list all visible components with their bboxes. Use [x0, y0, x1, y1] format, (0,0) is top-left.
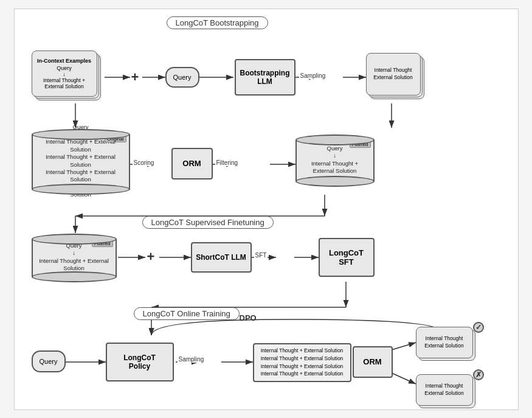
in-context-stack: In-Context Examples Query ↓ Internal Tho…	[32, 51, 105, 105]
orm-label-1: ORM	[182, 159, 201, 168]
check-label: Internal ThoughtExternal Solution	[424, 335, 463, 350]
query-label-1: Query	[57, 65, 72, 71]
svg-line-25	[392, 343, 416, 350]
cross-outcome: Internal ThoughtExternal Solution ✗	[416, 374, 478, 411]
filtering-label: Filtering	[215, 159, 240, 166]
filtered-cyl-label-1: Query↓ Internal Thought + External Solut…	[300, 145, 370, 175]
plus-sign-1: +	[131, 69, 139, 85]
in-context-label: In-Context Examples	[37, 58, 91, 64]
filtered-cylinder-2: Filtered Query↓ Internal Thought + Exter…	[32, 233, 117, 283]
scoring-label: Scoring	[133, 159, 156, 166]
longcot-policy-label: LongCoT Policy	[123, 354, 156, 371]
query-box-3: Query	[32, 350, 66, 372]
cross-icon: ✗	[473, 369, 484, 380]
plus-sign-2: +	[147, 249, 155, 265]
filtered-cylinder-1: Filtered Query↓ Internal Thought + Exter…	[295, 134, 375, 187]
orm-label-2: ORM	[363, 357, 381, 366]
longcot-policy-box: LongCoT Policy	[106, 343, 174, 381]
section-online: LongCoT Online Training	[134, 307, 240, 320]
check-icon: ✓	[473, 322, 484, 333]
section-bootstrapping: LongCoT Bootstrapping	[167, 16, 268, 29]
query-text-1: Query	[173, 74, 192, 81]
it-es-text-block: Internal Thought + External Solution Int…	[253, 343, 351, 382]
it-es-label-1: Internal Thought + External Solution	[35, 77, 94, 89]
longcot-sft-box: LongCoT SFT	[319, 238, 375, 277]
query-box-1: Query	[165, 67, 199, 88]
it-es-stack-label: Internal ThoughtExternal Solution	[373, 67, 412, 82]
check-outcome: Internal ThoughtExternal Solution ✓	[416, 327, 478, 363]
sampling-label-2: Sampling	[178, 356, 206, 363]
orm-box-1: ORM	[171, 148, 213, 179]
original-cylinder: Original Query↓ Internal Thought + Exter…	[32, 128, 130, 195]
sampling-label-1: Sampling	[299, 72, 327, 79]
svg-line-26	[392, 373, 416, 384]
shortcot-label: ShortCoT LLM	[196, 253, 246, 262]
orm-box-2: ORM	[353, 346, 393, 378]
bootstrapping-llm-box: Bootstrapping LLM	[235, 59, 295, 96]
diagram: LongCoT Bootstrapping In-Context Example…	[14, 9, 519, 410]
sft-label: SFT	[254, 252, 268, 259]
bootstrapping-llm-label: Bootstrapping LLM	[240, 69, 290, 86]
dpo-label: DPO	[240, 313, 257, 322]
shortcot-box: ShortCoT LLM	[191, 242, 252, 273]
output-stack-1: Internal ThoughtExternal Solution	[366, 53, 427, 103]
longcot-sft-label: LongCoT SFT	[329, 248, 364, 266]
query-text-3: Query	[40, 358, 58, 365]
cross-label: Internal ThoughtExternal Solution	[424, 383, 463, 397]
it-es-lines: Internal Thought + External Solution Int…	[261, 347, 344, 378]
section-finetuning: LongCoT Supervised Finetuning	[142, 216, 274, 229]
